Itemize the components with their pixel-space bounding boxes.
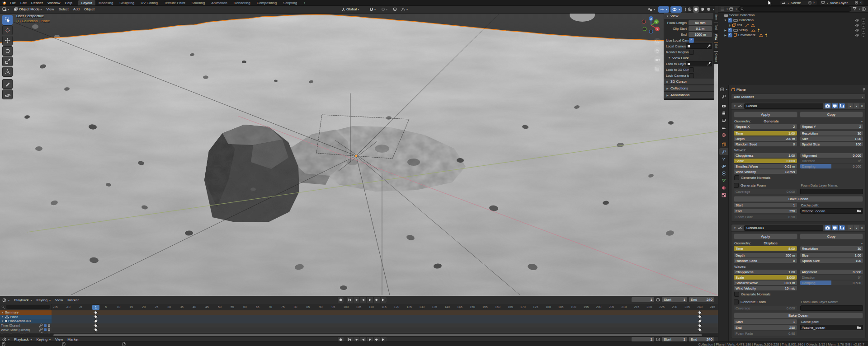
display-mode-icon[interactable] [729,7,733,11]
next-keyframe-button[interactable] [373,297,380,303]
scene-selector[interactable]: ▾ Scene ✕ [780,0,817,5]
play-button[interactable] [367,297,373,303]
mode-selector[interactable]: Object Mode ▾ [11,6,44,13]
outliner-row-setup[interactable]: ▶Setup [718,28,868,33]
zoom-button[interactable] [654,38,661,45]
timeline-key-area[interactable] [52,310,718,333]
field-alignment[interactable]: Alignment0.000 [800,270,863,274]
field-alignment[interactable]: Alignment0.000 [800,153,863,158]
new-view-layer-icon[interactable] [855,1,859,5]
cache-path-field[interactable]: //cache_ocean [800,325,863,330]
jump-end-button[interactable] [380,297,387,303]
channel-plane[interactable]: ▼Plane [0,315,52,319]
workspace-tab-sculpting[interactable]: Sculpting [116,0,137,5]
channel-time-ocean-[interactable]: Time (Ocean) [0,323,52,328]
workspace-tab-scripting[interactable]: Scripting [280,0,300,5]
field-random-seed[interactable]: Random Seed0 [734,258,797,263]
copy-button[interactable]: Copy [800,112,863,117]
new-collection-icon[interactable] [862,7,866,11]
prev-keyframe-button[interactable] [353,297,360,303]
tool-annotate[interactable] [2,79,13,89]
timeline-menu-marker[interactable]: Marker [65,298,81,302]
collection-checkbox[interactable] [728,18,732,23]
field-damping[interactable]: Damping0.500 [800,164,863,168]
field-spatial-size[interactable]: Spatial Size100 [800,258,863,263]
n-panel-tab-create[interactable]: Create [713,51,718,64]
field-scale[interactable]: Scale0.000 [734,159,797,163]
shading-solid-button[interactable] [693,6,699,13]
modifier-name-field[interactable]: Ocean.001 [744,225,823,231]
field-choppiness[interactable]: Choppiness1.00 [734,270,797,274]
lock-icon[interactable] [47,328,51,332]
viewport-menu-add[interactable]: Add [71,6,82,13]
viewport-scene[interactable] [0,13,718,296]
close-modifier-button[interactable]: ✕ [860,226,863,230]
outliner-row-root[interactable]: Scene Collection [718,13,868,18]
timeline-menu-view[interactable]: View [53,298,65,302]
properties-tab-scene[interactable] [719,124,728,131]
play-reverse-button[interactable] [360,297,367,303]
expand-icon[interactable]: ▼ [1,320,4,323]
expand-icon[interactable]: ▶ [724,28,727,32]
properties-tab-particles[interactable] [719,155,728,162]
object-selector[interactable] [686,61,712,66]
checkbox[interactable] [734,175,739,180]
viewport-3d[interactable]: ▾ Object Mode ▾ ViewSelectAddObject Glob… [0,5,718,296]
shading-dropdown[interactable]: ▾ [713,8,714,11]
editor-type-button[interactable]: ▾ [0,298,12,302]
timeline-menu-keying[interactable]: Keying▾ [34,337,53,341]
workspace-tab-modeling[interactable]: Modeling [95,0,116,5]
n-panel-tab-edit[interactable]: Edit [713,42,718,51]
shading-wireframe-button[interactable] [687,6,693,13]
filter-display-mode-icon[interactable] [720,7,724,11]
field-resolution[interactable]: Resolution30 [800,131,863,136]
show-overlays-toggle[interactable]: ▾ [670,6,682,13]
move-up-button[interactable]: ▲ [848,103,853,108]
copy-button[interactable]: Copy [800,234,863,239]
tool-cursor[interactable] [2,25,13,35]
properties-tab-object-data[interactable] [719,177,728,184]
field-resolution[interactable]: Resolution30 [800,246,863,251]
field-end[interactable]: End250 [734,325,797,330]
scrollbar-thumb[interactable] [53,334,702,336]
timeline-menu-keying[interactable]: Keying▾ [34,298,53,302]
bake-ocean-button[interactable]: Bake Ocean [734,196,863,202]
outliner-row-cell[interactable]: ├cell [718,23,868,28]
timeline-menu-playback[interactable]: Playback▾ [12,298,34,302]
geometry-dropdown[interactable]: Geometry:Generate▾ [731,118,865,124]
apply-button[interactable]: Apply [734,112,797,117]
field-size[interactable]: Size1.00 [800,253,863,257]
expand-icon[interactable]: ▶ [724,33,727,37]
record-button[interactable] [337,297,344,303]
field-end[interactable]: End250 [734,209,797,213]
field-smallest-wave[interactable]: Smallest Wave0.01 m [734,164,797,168]
properties-tab-object[interactable] [719,141,728,148]
lock-icon[interactable] [47,324,51,327]
properties-editor-type-button[interactable]: ▾ [719,86,728,93]
checkbox[interactable] [689,67,694,72]
camera-view-button[interactable] [654,56,661,63]
field-value[interactable]: 0.1 m [689,26,712,31]
field-wind-velocity[interactable]: Wind Velocity10 m/s [734,286,797,290]
expand-icon[interactable]: ▼ [733,227,736,229]
end-frame-field[interactable]: End240 [689,297,714,302]
toggle-editmode-button[interactable] [839,225,845,230]
n-panel-tab-view[interactable]: View [713,32,718,42]
properties-tab-render[interactable] [719,103,728,109]
channel-enable-checkbox[interactable] [44,328,47,331]
auto-keying-icon[interactable] [656,337,660,341]
object-visibility-dropdown[interactable]: ▾ [646,6,657,13]
viewport-menu-select[interactable]: Select [57,6,71,13]
checkbox[interactable] [689,73,694,78]
outliner-search[interactable] [738,6,851,12]
editor-type-button[interactable]: ▾ [0,337,12,341]
field-damping[interactable]: Damping0.500 [800,281,863,285]
toggle-realtime-button[interactable] [832,103,838,108]
menu-help[interactable]: Help [62,0,74,5]
folder-icon[interactable] [857,326,861,329]
n-panel-tab-tool[interactable]: Tool [713,23,718,32]
modifier-name-field[interactable]: Ocean [744,103,823,109]
apply-button[interactable]: Apply [734,234,797,239]
n-panel-section-collections[interactable]: ▶Collections [664,85,714,92]
field-repeat-x[interactable]: Repeat X2 [734,124,797,129]
